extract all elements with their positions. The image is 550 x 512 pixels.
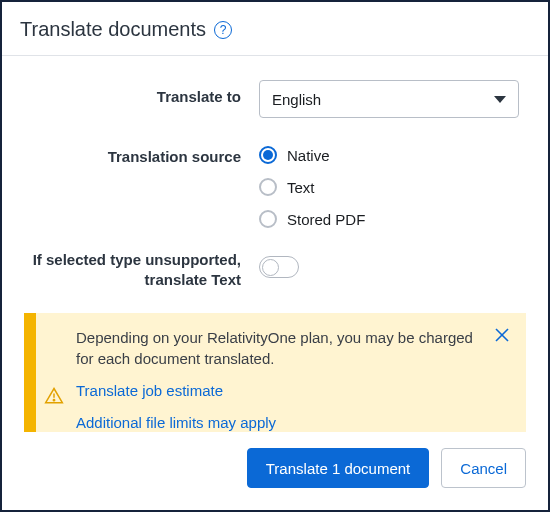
translate-documents-modal: Translate documents ? Translate to Engli…	[0, 0, 550, 512]
row-fallback-toggle: If selected type unsupported, translate …	[24, 250, 526, 291]
alert-message: Depending on your RelativityOne plan, yo…	[76, 327, 486, 371]
alert-content: Depending on your RelativityOne plan, yo…	[72, 313, 526, 433]
warning-triangle-icon	[44, 386, 64, 406]
radio-icon	[259, 178, 277, 196]
radio-icon	[259, 210, 277, 228]
modal-body: Translate to English Translation source …	[2, 56, 548, 432]
alert-stripe	[36, 313, 72, 433]
radio-native[interactable]: Native	[259, 146, 526, 164]
radio-label: Text	[287, 179, 315, 196]
radio-text[interactable]: Text	[259, 178, 526, 196]
translate-to-control: English	[259, 80, 526, 118]
additional-file-limits-link[interactable]: Additional file limits may apply	[76, 412, 486, 432]
translate-button[interactable]: Translate 1 document	[247, 448, 430, 488]
translate-job-estimate-link[interactable]: Translate job estimate	[76, 380, 486, 402]
fallback-toggle-label: If selected type unsupported, translate …	[24, 250, 259, 291]
modal-footer: Translate 1 document Cancel	[2, 432, 548, 510]
help-icon[interactable]: ?	[214, 21, 232, 39]
radio-label: Stored PDF	[287, 211, 365, 228]
row-translate-to: Translate to English	[24, 80, 526, 118]
row-translation-source: Translation source Native Text Stored PD…	[24, 140, 526, 228]
close-icon[interactable]	[492, 325, 512, 345]
translate-to-label: Translate to	[24, 80, 259, 105]
translation-source-radios: Native Text Stored PDF	[259, 140, 526, 228]
radio-stored-pdf[interactable]: Stored PDF	[259, 210, 526, 228]
cancel-button[interactable]: Cancel	[441, 448, 526, 488]
translate-to-value: English	[272, 91, 321, 108]
translation-source-label: Translation source	[24, 140, 259, 165]
fallback-toggle[interactable]	[259, 256, 299, 278]
caret-down-icon	[494, 96, 506, 103]
modal-header: Translate documents ?	[2, 2, 548, 56]
modal-title: Translate documents	[20, 18, 206, 41]
charge-warning-alert: Depending on your RelativityOne plan, yo…	[24, 313, 526, 433]
translate-to-select[interactable]: English	[259, 80, 519, 118]
fallback-toggle-control	[259, 250, 526, 278]
radio-icon	[259, 146, 277, 164]
radio-label: Native	[287, 147, 330, 164]
svg-point-1	[53, 399, 54, 400]
